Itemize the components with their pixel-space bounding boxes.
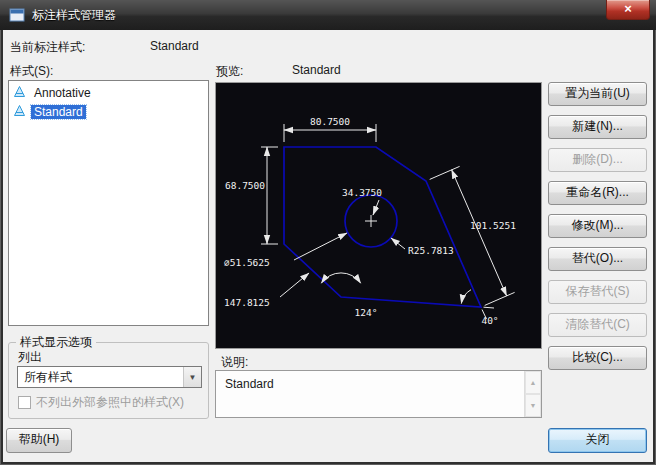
hide-xref-styles-checkbox: 不列出外部参照中的样式(X) xyxy=(18,394,184,411)
save-override-button: 保存替代(S) xyxy=(548,280,647,304)
preview-shape xyxy=(284,147,481,307)
style-item-annotative[interactable]: Annotative xyxy=(11,83,206,102)
description-label: 说明: xyxy=(221,354,248,371)
list-filter-label: 列出 xyxy=(18,349,42,366)
styles-list[interactable]: Annotative Standard xyxy=(8,80,209,326)
style-item-standard[interactable]: Standard xyxy=(11,102,206,121)
dimension-style-manager-dialog: 标注样式管理器 × 当前标注样式: Standard 样式(S): 预览: St… xyxy=(0,0,656,465)
description-scrollbar[interactable]: ▲ ▼ xyxy=(524,371,541,417)
list-filter-dropdown[interactable]: 所有样式 ▼ xyxy=(17,366,202,388)
override-style-button[interactable]: 替代(O)... xyxy=(548,247,647,271)
help-button[interactable]: 帮助(H) xyxy=(6,428,72,453)
dim-center-value: 34.3750 xyxy=(342,187,382,198)
scroll-down-icon[interactable]: ▼ xyxy=(525,394,541,417)
style-preview-canvas: 80.7500 68.7500 34.3750 101.5251 ∅51.562… xyxy=(215,82,542,349)
titlebar[interactable]: 标注样式管理器 × xyxy=(0,0,656,30)
close-icon: × xyxy=(624,1,632,16)
modify-style-button[interactable]: 修改(M)... xyxy=(548,214,647,238)
dropdown-arrow-icon[interactable]: ▼ xyxy=(183,367,201,387)
description-value: Standard xyxy=(225,377,274,391)
dim-diameter-value: ∅51.5625 xyxy=(224,257,270,268)
current-style-label: 当前标注样式: xyxy=(10,39,85,56)
close-window-button[interactable]: × xyxy=(606,0,650,20)
compare-button[interactable]: 比较(C)... xyxy=(548,346,647,370)
rename-style-button[interactable]: 重命名(R)... xyxy=(548,181,647,205)
dim-top-value: 80.7500 xyxy=(310,116,350,127)
dialog-body: 当前标注样式: Standard 样式(S): 预览: Standard Ann… xyxy=(3,30,653,462)
current-style-value: Standard xyxy=(150,39,199,53)
style-item-label: Annotative xyxy=(31,86,94,100)
annotative-icon xyxy=(13,85,26,101)
style-preview-drawing: 80.7500 68.7500 34.3750 101.5251 ∅51.562… xyxy=(216,83,541,348)
style-display-options-group: 样式显示选项 列出 所有样式 ▼ 不列出外部参照中的样式(X) xyxy=(8,342,209,419)
close-dialog-button[interactable]: 关闭 xyxy=(548,428,647,453)
dim-angle-right-value: 40° xyxy=(481,315,498,326)
style-item-label: Standard xyxy=(31,105,86,119)
new-style-button[interactable]: 新建(N)... xyxy=(548,115,647,139)
set-current-button[interactable]: 置为当前(U) xyxy=(548,82,647,106)
styles-label: 样式(S): xyxy=(10,63,53,80)
dim-left-value: 68.7500 xyxy=(225,180,265,191)
preview-label: 预览: xyxy=(216,63,243,80)
checkbox-box-icon xyxy=(18,396,31,409)
window-icon xyxy=(9,7,25,23)
hide-xref-styles-label: 不列出外部参照中的样式(X) xyxy=(36,394,184,411)
delete-style-button: 删除(D)... xyxy=(548,148,647,172)
description-box: Standard ▲ ▼ xyxy=(215,370,542,418)
annotative-icon xyxy=(13,104,26,120)
dim-lower-left-value: 147.8125 xyxy=(224,297,270,308)
dim-right-value: 101.5251 xyxy=(470,220,516,231)
clear-override-button: 清除替代(C) xyxy=(548,313,647,337)
list-filter-value: 所有样式 xyxy=(18,369,183,386)
preview-style-name: Standard xyxy=(292,63,341,77)
scroll-up-icon[interactable]: ▲ xyxy=(525,371,541,394)
dim-angle-bottom-value: 124° xyxy=(355,307,378,318)
window-title: 标注样式管理器 xyxy=(32,7,116,24)
dim-radius-value: R25.7813 xyxy=(408,245,454,256)
